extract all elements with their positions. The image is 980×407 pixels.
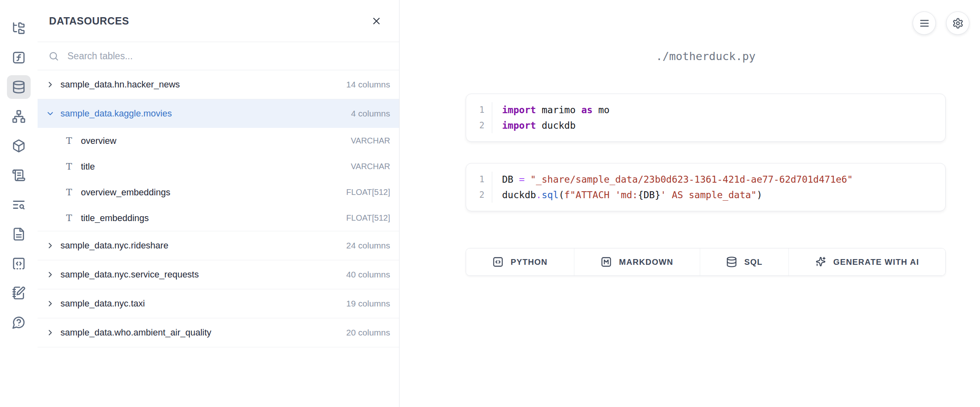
code-line: 1import marimo as mo <box>466 102 945 118</box>
table-name: sample_data.nyc.taxi <box>60 298 341 309</box>
column-row[interactable]: TtitleVARCHAR <box>38 154 399 179</box>
sidebar-item-file-tree[interactable] <box>7 16 31 40</box>
notebook-pen-icon <box>12 286 26 300</box>
sidebar-item-help[interactable] <box>7 311 31 334</box>
column-type-icon: T <box>65 136 74 146</box>
gear-icon <box>952 18 964 29</box>
table-name: sample_data.nyc.service_requests <box>60 269 341 280</box>
code-text: DB = "_share/sample_data/23b0d623-1361-4… <box>492 172 853 187</box>
table-group: sample_data.hn.hacker_news14 columns <box>38 70 399 99</box>
table-group: sample_data.kaggle.movies4 columnsToverv… <box>38 99 399 231</box>
table-row[interactable]: sample_data.nyc.rideshare24 columns <box>38 231 399 260</box>
notebook-content: ./motherduck.py 1import marimo as mo2imp… <box>466 50 946 276</box>
left-icon-sidebar <box>0 0 38 407</box>
menu-button[interactable] <box>913 11 936 35</box>
table-list: sample_data.hn.hacker_news14 columnssamp… <box>38 70 399 407</box>
cells-container: 1import marimo as mo2import duckdb1DB = … <box>466 94 946 211</box>
column-row[interactable]: Toverview_embeddingsFLOAT[512] <box>38 179 399 205</box>
table-column-count: 19 columns <box>346 299 390 309</box>
chevron-right-icon <box>46 270 55 279</box>
column-datatype: FLOAT[512] <box>346 188 390 197</box>
table-row[interactable]: sample_data.nyc.service_requests40 colum… <box>38 260 399 289</box>
sidebar-item-function[interactable] <box>7 46 31 69</box>
add-cell-button-label: GENERATE WITH AI <box>833 257 919 267</box>
table-group: sample_data.nyc.service_requests40 colum… <box>38 260 399 289</box>
table-column-count: 20 columns <box>346 328 390 338</box>
code-line: 2duckdb.sql(f"ATTACH 'md:{DB}' AS sample… <box>466 187 945 203</box>
table-column-count: 14 columns <box>346 80 390 89</box>
table-row[interactable]: sample_data.hn.hacker_news14 columns <box>38 70 399 99</box>
column-row[interactable]: Ttitle_embeddingsFLOAT[512] <box>38 205 399 231</box>
text-search-icon <box>12 198 26 212</box>
table-column-count: 40 columns <box>346 270 390 280</box>
table-row[interactable]: sample_data.kaggle.movies4 columns <box>38 99 399 128</box>
table-row[interactable]: sample_data.nyc.taxi19 columns <box>38 289 399 318</box>
sidebar-item-packages[interactable] <box>7 134 31 158</box>
sidebar-item-datasources[interactable] <box>7 75 31 99</box>
close-panel-button[interactable] <box>371 16 382 27</box>
code-text: duckdb.sql(f"ATTACH 'md:{DB}' AS sample_… <box>492 187 762 203</box>
add-cell-python-button[interactable]: PYTHON <box>466 248 574 275</box>
notebook-filename: ./motherduck.py <box>466 50 946 63</box>
chevron-down-icon <box>46 109 55 118</box>
column-name: overview_embeddings <box>81 187 339 198</box>
package-icon <box>12 139 26 153</box>
code-cell-2[interactable]: 1DB = "_share/sample_data/23b0d623-1361-… <box>466 163 946 211</box>
top-right-toolbar <box>913 11 969 35</box>
column-type-icon: T <box>65 187 74 197</box>
sidebar-item-notebook[interactable] <box>7 281 31 305</box>
line-number: 2 <box>466 187 492 203</box>
column-datatype: VARCHAR <box>351 136 390 145</box>
add-cell-markdown-button[interactable]: MARKDOWN <box>574 248 700 275</box>
chevron-right-icon <box>46 80 55 89</box>
column-name: title <box>81 161 344 172</box>
table-column-count: 24 columns <box>346 241 390 250</box>
table-row[interactable]: sample_data.who.ambient_air_quality20 co… <box>38 318 399 347</box>
table-name: sample_data.nyc.rideshare <box>60 240 341 251</box>
database-icon <box>12 80 26 94</box>
column-datatype: FLOAT[512] <box>346 213 390 223</box>
scroll-icon <box>12 168 26 182</box>
datasources-panel-header: DATASOURCES <box>38 0 399 42</box>
add-cell-generate-with-ai-button[interactable]: GENERATE WITH AI <box>789 248 945 275</box>
notebook-main-area: ./motherduck.py 1import marimo as mo2imp… <box>400 0 980 407</box>
column-datatype: VARCHAR <box>351 162 390 171</box>
chevron-right-icon <box>46 299 55 308</box>
sidebar-item-document[interactable] <box>7 222 31 246</box>
table-name: sample_data.hn.hacker_news <box>60 79 341 90</box>
sidebar-item-text-search[interactable] <box>7 193 31 217</box>
markdown-icon <box>601 256 612 268</box>
chevron-right-icon <box>46 241 55 250</box>
search-row <box>38 42 399 70</box>
code-text: import marimo as mo <box>492 102 609 118</box>
sidebar-item-code-square[interactable] <box>7 252 31 275</box>
folder-tree-icon <box>12 21 26 35</box>
column-row[interactable]: ToverviewVARCHAR <box>38 128 399 154</box>
code-line: 2import duckdb <box>466 118 945 133</box>
add-cell-button-row: PYTHONMARKDOWNSQLGENERATE WITH AI <box>466 248 946 276</box>
table-group: sample_data.who.ambient_air_quality20 co… <box>38 318 399 347</box>
add-cell-sql-button[interactable]: SQL <box>700 248 789 275</box>
sparkles-icon <box>815 256 826 268</box>
line-number: 2 <box>466 118 492 133</box>
datasources-panel: DATASOURCES sample_data.hn.hacker_news14… <box>38 0 400 407</box>
panel-title: DATASOURCES <box>49 15 129 27</box>
add-cell-button-label: MARKDOWN <box>619 257 673 267</box>
code-text: import duckdb <box>492 118 576 133</box>
app-window: DATASOURCES sample_data.hn.hacker_news14… <box>0 0 980 407</box>
code-square-icon <box>492 256 504 268</box>
function-square-icon <box>12 51 26 65</box>
table-group: sample_data.nyc.rideshare24 columns <box>38 231 399 260</box>
search-tables-input[interactable] <box>67 51 388 62</box>
search-icon <box>48 51 59 62</box>
line-number: 1 <box>466 172 492 187</box>
table-column-count: 4 columns <box>351 109 390 119</box>
settings-button[interactable] <box>946 11 969 35</box>
sidebar-item-scroll[interactable] <box>7 163 31 187</box>
column-name: overview <box>81 136 344 146</box>
column-type-icon: T <box>65 213 74 223</box>
sidebar-item-graph[interactable] <box>7 105 31 128</box>
menu-icon <box>919 18 930 29</box>
code-cell-1[interactable]: 1import marimo as mo2import duckdb <box>466 94 946 142</box>
database-icon <box>726 256 737 268</box>
